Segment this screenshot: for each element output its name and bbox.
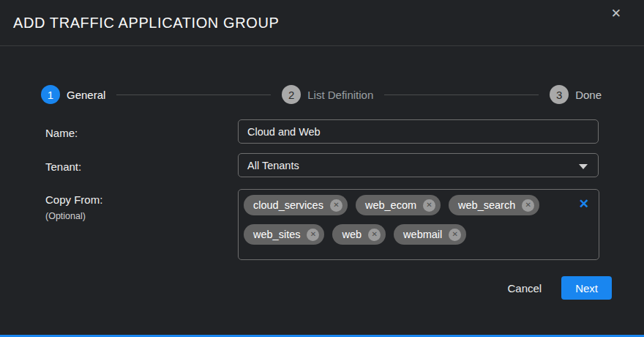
step-3-label: Done (575, 89, 602, 101)
remove-tag-icon[interactable]: ✕ (330, 199, 342, 212)
remove-tag-icon[interactable]: ✕ (307, 229, 319, 241)
dialog-titlebar: ADD TRAFFIC APPLICATION GROUP ✕ (0, 0, 644, 45)
dialog-footer: Cancel Next (507, 276, 612, 300)
copy-from-tag-box[interactable]: cloud_services ✕ web_ecom ✕ web_search ✕… (238, 189, 599, 260)
tag-label: web (342, 229, 362, 240)
wizard-stepper: 1 General 2 List Definition 3 Done (41, 85, 602, 104)
step-2-label: List Definition (307, 89, 373, 101)
stepper-connector (116, 95, 271, 95)
step-list-definition[interactable]: 2 List Definition (282, 85, 373, 104)
copy-from-label: Copy From: (45, 193, 102, 206)
tag-list: cloud_services ✕ web_ecom ✕ web_search ✕… (244, 195, 566, 245)
tenant-select[interactable]: All Tenants (238, 153, 599, 177)
name-label: Name: (45, 127, 78, 139)
tag-chip: web_search ✕ (449, 195, 539, 215)
dialog-title: ADD TRAFFIC APPLICATION GROUP (13, 15, 279, 32)
step-done[interactable]: 3 Done (550, 85, 602, 104)
tenant-label: Tenant: (45, 160, 81, 173)
step-general[interactable]: 1 General (41, 85, 105, 104)
tag-label: web_search (458, 199, 515, 211)
tag-chip: web_ecom ✕ (356, 195, 441, 215)
copy-from-optional-label: (Optional) (45, 211, 86, 221)
tag-label: web_ecom (365, 199, 416, 211)
close-icon[interactable]: ✕ (611, 7, 621, 20)
remove-tag-icon[interactable]: ✕ (368, 229, 381, 241)
remove-tag-icon[interactable]: ✕ (449, 229, 461, 241)
step-1-badge: 1 (41, 85, 60, 104)
tag-chip: web_sites ✕ (244, 224, 324, 245)
tag-chip: webmail ✕ (394, 224, 466, 245)
name-input[interactable] (238, 119, 599, 144)
remove-tag-icon[interactable]: ✕ (423, 199, 435, 212)
step-1-label: General (67, 89, 105, 101)
next-button[interactable]: Next (561, 276, 612, 300)
step-3-badge: 3 (550, 85, 569, 104)
tenant-selected-value: All Tenants (247, 160, 299, 171)
tag-chip: web ✕ (332, 224, 386, 245)
stepper-connector (384, 95, 539, 95)
tag-label: cloud_services (253, 199, 323, 211)
chevron-down-icon (579, 164, 588, 169)
remove-tag-icon[interactable]: ✕ (522, 199, 534, 212)
step-2-badge: 2 (282, 85, 301, 104)
tag-chip: cloud_services ✕ (244, 195, 348, 215)
clear-all-tags-icon[interactable]: ✕ (579, 198, 589, 210)
title-divider (0, 45, 644, 46)
tag-label: webmail (403, 229, 442, 240)
tag-label: web_sites (253, 229, 300, 240)
cancel-button[interactable]: Cancel (507, 282, 542, 295)
add-traffic-application-group-dialog: ADD TRAFFIC APPLICATION GROUP ✕ 1 Genera… (0, 0, 644, 337)
